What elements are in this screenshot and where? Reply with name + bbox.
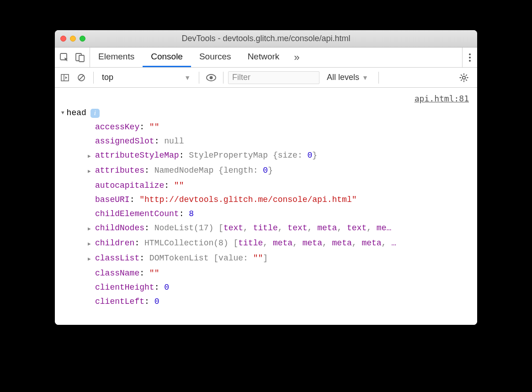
svg-line-13 bbox=[461, 74, 462, 76]
property-type: StylePropertyMap bbox=[189, 151, 273, 160]
property-name: classList bbox=[95, 254, 139, 263]
property-row[interactable]: autocapitalize: "" bbox=[88, 179, 471, 193]
tab-console[interactable]: Console bbox=[143, 48, 191, 67]
tab-label: Sources bbox=[199, 52, 231, 62]
list-item: meta bbox=[273, 238, 293, 248]
tab-label: Console bbox=[151, 52, 183, 62]
property-name: clientHeight bbox=[95, 283, 154, 292]
log-levels-selector[interactable]: All levels ▼ bbox=[321, 73, 374, 82]
disclosure-triangle-down-icon: ▼ bbox=[61, 106, 64, 120]
property-value: "http://devtools.glitch.me/console/api.h… bbox=[139, 195, 356, 204]
close-button[interactable] bbox=[60, 36, 66, 42]
console-settings-button[interactable] bbox=[459, 73, 474, 83]
filter-input[interactable] bbox=[228, 71, 319, 84]
context-value: top bbox=[102, 73, 184, 82]
svg-point-7 bbox=[210, 76, 213, 79]
object-tree: ▼ head i accessKey: ""assignedSlot: null… bbox=[55, 88, 477, 313]
list-item: meta bbox=[362, 238, 381, 248]
object-name: head bbox=[67, 106, 86, 120]
context-selector[interactable]: top ▼ bbox=[98, 71, 194, 84]
property-name: clientLeft bbox=[95, 297, 144, 306]
disclosure-triangle-right-icon: ▶ bbox=[88, 149, 93, 164]
tab-label: Elements bbox=[98, 52, 134, 62]
disclosure-triangle-right-icon: ▶ bbox=[88, 222, 93, 236]
property-value: 0 bbox=[154, 297, 160, 306]
property-name: childElementCount bbox=[95, 209, 179, 218]
property-value: "" bbox=[174, 181, 184, 190]
property-name: autocapitalize bbox=[95, 181, 164, 190]
list-item: me… bbox=[377, 223, 391, 233]
property-value: 0 bbox=[164, 283, 169, 292]
property-name: accessKey bbox=[95, 122, 139, 132]
property-value: null bbox=[164, 137, 184, 146]
device-toggle-icon[interactable] bbox=[75, 53, 85, 63]
list-item: title bbox=[238, 238, 263, 248]
minimize-button[interactable] bbox=[70, 36, 76, 42]
list-item: meta bbox=[303, 238, 322, 248]
property-row[interactable]: ▶attributes: NamedNodeMap {length: 0} bbox=[88, 164, 471, 179]
tab-sources[interactable]: Sources bbox=[191, 48, 239, 67]
disclosure-triangle-right-icon: ▶ bbox=[88, 237, 93, 251]
property-type: DOMTokenList bbox=[149, 254, 213, 263]
property-type: NodeList(17) bbox=[154, 223, 218, 233]
property-value: "" bbox=[149, 269, 160, 278]
chevron-down-icon: ▼ bbox=[184, 74, 191, 81]
list-item: text bbox=[347, 223, 367, 233]
list-item: title bbox=[253, 223, 278, 233]
console-sidebar-toggle[interactable] bbox=[58, 70, 72, 85]
list-item: text bbox=[223, 223, 243, 233]
disclosure-triangle-right-icon: ▶ bbox=[88, 252, 93, 266]
property-row[interactable]: ▶children: HTMLCollection(8) [title, met… bbox=[88, 236, 471, 251]
tabs-overflow-button[interactable]: » bbox=[287, 48, 306, 67]
property-row[interactable]: accessKey: "" bbox=[88, 120, 471, 134]
source-link[interactable]: api.html:81 bbox=[415, 91, 469, 106]
property-type: NamedNodeMap bbox=[154, 166, 218, 175]
more-menu-button[interactable] bbox=[462, 48, 477, 67]
property-row[interactable]: baseURI: "http://devtools.glitch.me/cons… bbox=[88, 193, 471, 207]
property-type: HTMLCollection(8) bbox=[144, 238, 233, 248]
console-toolbar: top ▼ All levels ▼ bbox=[55, 68, 477, 88]
property-name: attributes bbox=[95, 166, 144, 175]
window-title: DevTools - devtools.glitch.me/console/ap… bbox=[55, 34, 477, 43]
property-value: "" bbox=[149, 122, 160, 132]
live-expression-button[interactable] bbox=[204, 70, 218, 85]
info-icon[interactable]: i bbox=[90, 109, 100, 118]
list-item: meta bbox=[332, 238, 352, 248]
svg-line-16 bbox=[461, 79, 462, 81]
property-row[interactable]: childElementCount: 8 bbox=[88, 207, 471, 221]
property-row[interactable]: ▶childNodes: NodeList(17) [text, title, … bbox=[88, 221, 471, 236]
list-item: text bbox=[287, 223, 307, 233]
traffic-lights bbox=[60, 36, 85, 42]
object-root[interactable]: ▼ head i bbox=[61, 106, 471, 120]
chevron-down-icon: ▼ bbox=[362, 74, 368, 81]
property-row[interactable]: clientLeft: 0 bbox=[88, 295, 471, 309]
property-name: childNodes bbox=[95, 223, 144, 233]
property-name: children bbox=[95, 238, 134, 248]
clear-console-button[interactable] bbox=[74, 70, 89, 85]
property-row[interactable]: clientHeight: 0 bbox=[88, 281, 471, 295]
svg-point-8 bbox=[463, 76, 465, 79]
maximize-button[interactable] bbox=[80, 36, 85, 42]
svg-line-15 bbox=[466, 74, 467, 76]
list-item: … bbox=[391, 238, 396, 248]
property-row[interactable]: ▶attributeStyleMap: StylePropertyMap {si… bbox=[88, 148, 471, 164]
property-row[interactable]: ▶classList: DOMTokenList [value: ""] bbox=[88, 251, 471, 266]
property-name: attributeStyleMap bbox=[95, 151, 179, 160]
property-row[interactable]: assignedSlot: null bbox=[88, 134, 471, 148]
svg-rect-2 bbox=[79, 55, 84, 62]
property-name: assignedSlot bbox=[95, 137, 154, 146]
tabs: Elements Console Sources Network bbox=[90, 48, 287, 67]
list-item: meta bbox=[317, 223, 337, 233]
svg-line-14 bbox=[466, 79, 467, 81]
chevron-right-icon: » bbox=[294, 52, 299, 64]
tab-bar: Elements Console Sources Network » bbox=[55, 48, 477, 68]
property-value: 8 bbox=[189, 209, 194, 218]
property-row[interactable]: className: "" bbox=[88, 266, 471, 281]
tab-network[interactable]: Network bbox=[239, 48, 288, 67]
log-levels-label: All levels bbox=[327, 73, 359, 82]
tab-elements[interactable]: Elements bbox=[90, 48, 143, 67]
titlebar: DevTools - devtools.glitch.me/console/ap… bbox=[55, 30, 477, 48]
property-name: className bbox=[95, 269, 139, 278]
inspect-icon[interactable] bbox=[59, 53, 69, 63]
svg-rect-3 bbox=[61, 74, 69, 81]
